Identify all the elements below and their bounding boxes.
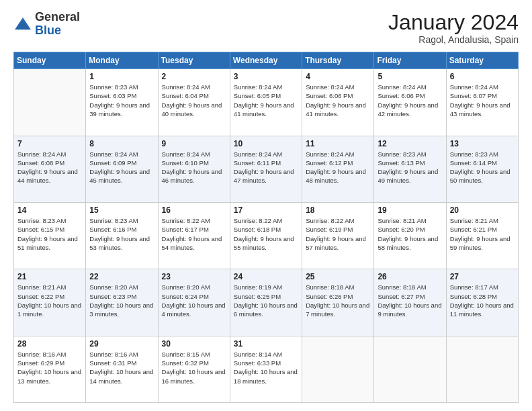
table-row: 10Sunrise: 8:24 AM Sunset: 6:11 PM Dayli… bbox=[230, 136, 302, 202]
col-thursday: Thursday bbox=[302, 52, 374, 69]
day-number: 9 bbox=[162, 139, 226, 148]
table-row: 20Sunrise: 8:21 AM Sunset: 6:21 PM Dayli… bbox=[446, 202, 518, 269]
day-info: Sunrise: 8:24 AM Sunset: 6:05 PM Dayligh… bbox=[234, 83, 298, 118]
day-info: Sunrise: 8:24 AM Sunset: 6:09 PM Dayligh… bbox=[89, 150, 154, 185]
col-friday: Friday bbox=[374, 52, 446, 69]
col-wednesday: Wednesday bbox=[230, 52, 302, 69]
day-number: 12 bbox=[378, 139, 442, 148]
day-info: Sunrise: 8:23 AM Sunset: 6:13 PM Dayligh… bbox=[378, 150, 442, 185]
day-number: 22 bbox=[89, 272, 154, 281]
table-row: 17Sunrise: 8:22 AM Sunset: 6:18 PM Dayli… bbox=[230, 202, 302, 269]
col-tuesday: Tuesday bbox=[158, 52, 230, 69]
day-number: 2 bbox=[162, 72, 226, 81]
table-row: 19Sunrise: 8:21 AM Sunset: 6:20 PM Dayli… bbox=[374, 202, 446, 269]
table-row: 30Sunrise: 8:15 AM Sunset: 6:32 PM Dayli… bbox=[158, 336, 230, 402]
day-number: 23 bbox=[162, 272, 226, 281]
day-info: Sunrise: 8:21 AM Sunset: 6:20 PM Dayligh… bbox=[378, 216, 442, 252]
day-number: 25 bbox=[306, 272, 370, 281]
table-row: 27Sunrise: 8:17 AM Sunset: 6:28 PM Dayli… bbox=[446, 269, 518, 336]
day-number: 16 bbox=[162, 205, 226, 215]
table-row: 5Sunrise: 8:24 AM Sunset: 6:06 PM Daylig… bbox=[374, 69, 446, 136]
day-info: Sunrise: 8:24 AM Sunset: 6:07 PM Dayligh… bbox=[450, 83, 515, 118]
day-info: Sunrise: 8:16 AM Sunset: 6:31 PM Dayligh… bbox=[89, 350, 154, 385]
header: General Blue January 2024 Ragol, Andalus… bbox=[13, 11, 519, 45]
day-number: 13 bbox=[450, 139, 515, 148]
day-info: Sunrise: 8:24 AM Sunset: 6:08 PM Dayligh… bbox=[17, 150, 82, 185]
table-row bbox=[302, 336, 374, 402]
table-row: 4Sunrise: 8:24 AM Sunset: 6:06 PM Daylig… bbox=[302, 69, 374, 136]
table-row: 6Sunrise: 8:24 AM Sunset: 6:07 PM Daylig… bbox=[446, 69, 518, 136]
day-number: 21 bbox=[17, 272, 82, 281]
day-info: Sunrise: 8:18 AM Sunset: 6:27 PM Dayligh… bbox=[378, 283, 442, 318]
table-row: 12Sunrise: 8:23 AM Sunset: 6:13 PM Dayli… bbox=[374, 136, 446, 202]
day-number: 11 bbox=[306, 139, 370, 148]
table-row bbox=[14, 69, 86, 136]
table-row: 1Sunrise: 8:23 AM Sunset: 6:03 PM Daylig… bbox=[86, 69, 158, 136]
day-number: 1 bbox=[89, 72, 154, 81]
logo-icon bbox=[13, 15, 32, 34]
day-number: 7 bbox=[17, 139, 82, 148]
day-number: 27 bbox=[450, 272, 515, 281]
day-info: Sunrise: 8:23 AM Sunset: 6:14 PM Dayligh… bbox=[450, 150, 515, 185]
day-info: Sunrise: 8:23 AM Sunset: 6:15 PM Dayligh… bbox=[17, 216, 82, 252]
day-info: Sunrise: 8:24 AM Sunset: 6:12 PM Dayligh… bbox=[306, 150, 370, 185]
col-saturday: Saturday bbox=[446, 52, 518, 69]
day-number: 4 bbox=[306, 72, 370, 81]
day-info: Sunrise: 8:24 AM Sunset: 6:06 PM Dayligh… bbox=[378, 83, 442, 118]
day-info: Sunrise: 8:24 AM Sunset: 6:11 PM Dayligh… bbox=[234, 150, 298, 185]
day-info: Sunrise: 8:21 AM Sunset: 6:22 PM Dayligh… bbox=[17, 283, 82, 318]
day-number: 17 bbox=[234, 205, 298, 215]
day-number: 6 bbox=[450, 72, 515, 81]
logo-general: General bbox=[35, 10, 80, 24]
table-row: 15Sunrise: 8:23 AM Sunset: 6:16 PM Dayli… bbox=[86, 202, 158, 269]
table-row: 2Sunrise: 8:24 AM Sunset: 6:04 PM Daylig… bbox=[158, 69, 230, 136]
day-number: 24 bbox=[234, 272, 298, 281]
table-row: 31Sunrise: 8:14 AM Sunset: 6:33 PM Dayli… bbox=[230, 336, 302, 402]
day-info: Sunrise: 8:24 AM Sunset: 6:06 PM Dayligh… bbox=[306, 83, 370, 118]
day-number: 18 bbox=[306, 205, 370, 215]
col-monday: Monday bbox=[86, 52, 158, 69]
title-block: January 2024 Ragol, Andalusia, Spain bbox=[388, 11, 519, 45]
day-info: Sunrise: 8:24 AM Sunset: 6:10 PM Dayligh… bbox=[162, 150, 226, 185]
table-row: 8Sunrise: 8:24 AM Sunset: 6:09 PM Daylig… bbox=[86, 136, 158, 202]
table-row: 24Sunrise: 8:19 AM Sunset: 6:25 PM Dayli… bbox=[230, 269, 302, 336]
day-number: 8 bbox=[89, 139, 154, 148]
table-row: 3Sunrise: 8:24 AM Sunset: 6:05 PM Daylig… bbox=[230, 69, 302, 136]
table-row: 25Sunrise: 8:18 AM Sunset: 6:26 PM Dayli… bbox=[302, 269, 374, 336]
table-row: 7Sunrise: 8:24 AM Sunset: 6:08 PM Daylig… bbox=[14, 136, 86, 202]
col-sunday: Sunday bbox=[14, 52, 86, 69]
day-info: Sunrise: 8:18 AM Sunset: 6:26 PM Dayligh… bbox=[306, 283, 370, 318]
logo: General Blue bbox=[13, 11, 80, 38]
table-row: 28Sunrise: 8:16 AM Sunset: 6:29 PM Dayli… bbox=[14, 336, 86, 402]
logo-text: General Blue bbox=[35, 11, 80, 38]
day-number: 31 bbox=[234, 339, 298, 349]
calendar-week-row: 21Sunrise: 8:21 AM Sunset: 6:22 PM Dayli… bbox=[14, 269, 519, 336]
day-number: 30 bbox=[162, 339, 226, 349]
table-row: 14Sunrise: 8:23 AM Sunset: 6:15 PM Dayli… bbox=[14, 202, 86, 269]
table-row: 26Sunrise: 8:18 AM Sunset: 6:27 PM Dayli… bbox=[374, 269, 446, 336]
day-info: Sunrise: 8:17 AM Sunset: 6:28 PM Dayligh… bbox=[450, 283, 515, 318]
day-number: 28 bbox=[17, 339, 82, 349]
day-number: 20 bbox=[450, 205, 515, 215]
table-row: 13Sunrise: 8:23 AM Sunset: 6:14 PM Dayli… bbox=[446, 136, 518, 202]
table-row: 9Sunrise: 8:24 AM Sunset: 6:10 PM Daylig… bbox=[158, 136, 230, 202]
table-row: 29Sunrise: 8:16 AM Sunset: 6:31 PM Dayli… bbox=[86, 336, 158, 402]
day-number: 10 bbox=[234, 139, 298, 148]
day-info: Sunrise: 8:21 AM Sunset: 6:21 PM Dayligh… bbox=[450, 216, 515, 252]
calendar-table: Sunday Monday Tuesday Wednesday Thursday… bbox=[13, 52, 519, 403]
table-row: 23Sunrise: 8:20 AM Sunset: 6:24 PM Dayli… bbox=[158, 269, 230, 336]
day-info: Sunrise: 8:19 AM Sunset: 6:25 PM Dayligh… bbox=[234, 283, 298, 318]
calendar-week-row: 7Sunrise: 8:24 AM Sunset: 6:08 PM Daylig… bbox=[14, 136, 519, 202]
day-number: 14 bbox=[17, 205, 82, 215]
table-row bbox=[446, 336, 518, 402]
day-info: Sunrise: 8:15 AM Sunset: 6:32 PM Dayligh… bbox=[162, 350, 226, 385]
day-info: Sunrise: 8:22 AM Sunset: 6:17 PM Dayligh… bbox=[162, 216, 226, 252]
calendar-header-row: Sunday Monday Tuesday Wednesday Thursday… bbox=[14, 52, 519, 69]
location-subtitle: Ragol, Andalusia, Spain bbox=[388, 34, 519, 45]
day-number: 19 bbox=[378, 205, 442, 215]
table-row: 21Sunrise: 8:21 AM Sunset: 6:22 PM Dayli… bbox=[14, 269, 86, 336]
day-info: Sunrise: 8:22 AM Sunset: 6:18 PM Dayligh… bbox=[234, 216, 298, 252]
day-number: 15 bbox=[89, 205, 154, 215]
day-info: Sunrise: 8:22 AM Sunset: 6:19 PM Dayligh… bbox=[306, 216, 370, 252]
day-info: Sunrise: 8:20 AM Sunset: 6:24 PM Dayligh… bbox=[162, 283, 226, 318]
